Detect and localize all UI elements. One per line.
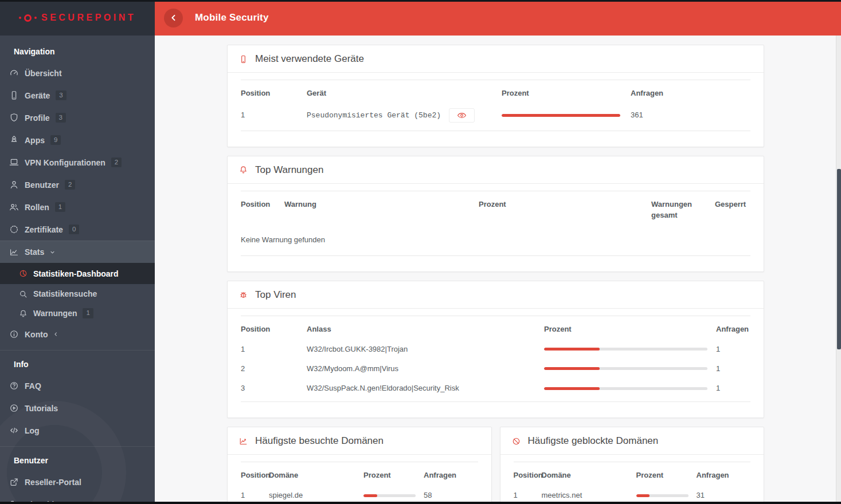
sidebar-item-warnungen[interactable]: Warnungen 1	[0, 304, 155, 323]
sidebar-item-reseller-portal[interactable]: Reseller-Portal	[0, 471, 155, 493]
table-header-row: Position Domäne Prozent Anfragen	[241, 462, 478, 486]
logo[interactable]: SECUREPOINT	[0, 0, 155, 36]
code-icon	[9, 425, 19, 436]
device-name: Pseudonymisiertes Gerät (5be2)	[307, 111, 441, 120]
sidebar-item-label: Zertifikate	[25, 225, 63, 234]
col-device: Gerät	[307, 80, 502, 104]
card-warnings: Top Warnungen Position Warnung Prozent W…	[227, 156, 764, 272]
cell-requests: 58	[424, 486, 478, 502]
col-requests: Anfragen	[697, 462, 751, 486]
cell-requests: 1	[716, 340, 750, 359]
stats-submenu: Statistiken-Dashboard Statistikensuche W…	[0, 263, 155, 323]
cell-percent	[544, 340, 716, 359]
play-circle-icon	[9, 403, 19, 414]
logo-dot	[34, 17, 37, 19]
visited-domains-table: Position Domäne Prozent Anfragen 1 spieg…	[241, 462, 478, 502]
sidebar-item-vpn-konfigurationen[interactable]: VPN Konfigurationen 2	[0, 151, 155, 174]
top-edge	[0, 0, 841, 2]
col-position: Position	[514, 462, 542, 486]
sidebar-item-log[interactable]: Log	[0, 419, 155, 442]
sidebar-item-benutzer[interactable]: Benutzer 2	[0, 174, 155, 196]
col-percent: Prozent	[636, 462, 697, 486]
top-bar: Mobile Security	[155, 0, 841, 36]
table-row: 3 W32/SuspPack.N.gen!Eldorado|Security_R…	[241, 379, 750, 402]
sidebar-item-label: Log	[25, 426, 40, 435]
card-blocked-header: Häufigste geblockte Domänen	[500, 427, 764, 455]
cell-cause: W32/Mydoom.A@mm|Virus	[307, 359, 544, 379]
question-circle-icon	[9, 380, 19, 391]
count-badge: 9	[50, 135, 61, 145]
table-header-row: Position Gerät Prozent Anfragen	[241, 80, 750, 104]
warnings-table: Position Warnung Prozent Warnungen gesam…	[241, 191, 750, 256]
col-warning: Warnung	[284, 191, 479, 225]
pie-chart-icon	[18, 269, 28, 278]
sidebar-item-label: Profile	[25, 113, 50, 123]
sidebar-item-faq[interactable]: FAQ	[0, 375, 155, 397]
col-position: Position	[241, 80, 307, 104]
progress-bar	[363, 494, 416, 497]
back-button[interactable]	[164, 9, 183, 27]
card-devices: Meist verwendete Geräte Position Gerät P…	[227, 45, 764, 147]
col-position: Position	[241, 316, 307, 339]
logo-dot	[19, 17, 21, 19]
empty-message: Keine Warnung gefunden	[241, 226, 750, 256]
rocket-icon	[9, 135, 19, 145]
page-title: Mobile Security	[195, 12, 269, 23]
view-device-button[interactable]	[449, 108, 475, 123]
cell-device: Pseudonymisiertes Gerät (5be2)	[307, 104, 502, 131]
cell-position: 1	[241, 340, 307, 359]
cell-percent	[544, 359, 716, 379]
cell-position: 1	[514, 486, 542, 502]
bell-icon	[18, 309, 28, 318]
sidebar-item-uebersicht[interactable]: Übersicht	[0, 62, 155, 84]
table-header-row: Position Anlass Prozent Anfragen	[241, 316, 750, 339]
domains-row: Häufigste besuchte Domänen Position Domä…	[227, 427, 764, 502]
sidebar-item-profile[interactable]: Profile 3	[0, 107, 155, 129]
cell-cause: W32/Ircbot.GUKK-3982|Trojan	[307, 340, 544, 359]
users-group-icon	[9, 202, 19, 212]
col-total: Warnungen gesamt	[651, 191, 715, 225]
count-badge: 1	[83, 308, 93, 318]
sidebar-item-zertifikate[interactable]: Zertifikate 0	[0, 218, 155, 241]
sidebar-item-statistikensuche[interactable]: Statistikensuche	[0, 284, 155, 304]
progress-bar	[502, 114, 620, 117]
devices-table: Position Gerät Prozent Anfragen 1 Pseudo…	[241, 80, 750, 131]
card-viruses-header: Top Viren	[228, 281, 764, 309]
sidebar-item-geraete[interactable]: Geräte 3	[0, 84, 155, 107]
chevron-left-icon	[53, 331, 59, 337]
sidebar-item-tutorials[interactable]: Tutorials	[0, 397, 155, 419]
sidebar-item-label: Stats	[25, 247, 44, 257]
sidebar-item-label: Tutorials	[25, 404, 58, 413]
bug-icon	[238, 290, 248, 300]
securepoint-ring-icon	[24, 14, 32, 22]
col-blocked: Gesperrt	[715, 191, 750, 225]
cell-percent	[636, 486, 697, 502]
sidebar-item-rollen[interactable]: Rollen 1	[0, 196, 155, 218]
card-blocked-domains: Häufigste geblockte Domänen Position Dom…	[500, 427, 765, 502]
sidebar-item-konto[interactable]: Konto	[0, 323, 155, 345]
sidebar-item-label: Reseller-Portal	[25, 478, 81, 487]
cell-percent	[363, 486, 424, 502]
gauge-icon	[9, 68, 19, 78]
sidebar-nav: Navigation Übersicht Geräte 3 Profile 3 …	[0, 36, 155, 504]
certificate-rosette-icon	[9, 224, 19, 235]
col-requests: Anfragen	[631, 80, 750, 104]
sidebar-item-statistiken-dashboard[interactable]: Statistiken-Dashboard	[0, 263, 155, 284]
col-cause: Anlass	[307, 316, 544, 339]
card-warnings-header: Top Warnungen	[228, 156, 764, 184]
table-row: 1 W32/Ircbot.GUKK-3982|Trojan 1	[241, 340, 750, 359]
sidebar-item-stats[interactable]: Stats	[0, 241, 155, 263]
sidebar-item-apps[interactable]: Apps 9	[0, 129, 155, 151]
nav-section-benutzer: Benutzer	[0, 447, 155, 471]
mobile-phone-icon	[238, 54, 248, 64]
card-visited-body: Position Domäne Prozent Anfragen 1 spieg…	[228, 455, 491, 502]
main-content: Meist verwendete Geräte Position Gerät P…	[155, 36, 841, 502]
scrollbar-thumb[interactable]	[837, 169, 841, 349]
scrollbar-track[interactable]	[836, 36, 841, 502]
col-percent: Prozent	[502, 80, 631, 104]
cell-requests: 31	[697, 486, 751, 502]
info-circle-icon	[9, 329, 19, 340]
area-chart-icon	[9, 247, 19, 258]
progress-bar	[544, 367, 707, 370]
cell-domain: meetrics.net	[542, 486, 636, 502]
